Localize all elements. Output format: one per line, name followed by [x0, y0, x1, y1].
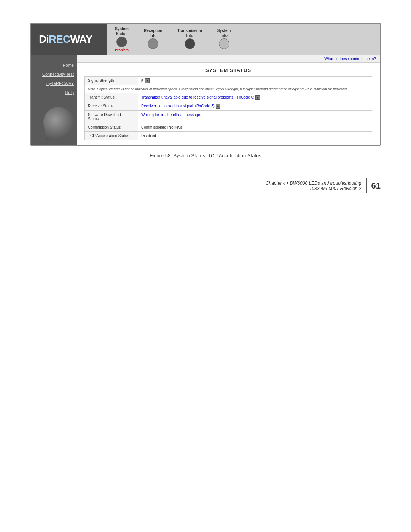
footer-page-number: 61 — [371, 181, 381, 191]
signal-strength-label: Signal Strength — [85, 77, 138, 85]
nav-label-system-status-line2: Status — [116, 32, 128, 36]
commission-status-value: Commissioned [No keys] — [138, 123, 372, 132]
table-row: TCP Acceleration Status Disabled — [85, 132, 372, 140]
footer-revision: 1033295-0001 Revision 2 — [266, 186, 362, 191]
tcp-acceleration-label: TCP Acceleration Status — [85, 132, 138, 140]
logo: DiRECWAY — [39, 33, 92, 45]
transmit-status-icon[interactable]: ■ — [255, 95, 260, 100]
transmit-status-link[interactable]: Transmitter unavailable due to receive s… — [141, 95, 255, 99]
page-container: DiRECWAY System Status Problem Reception… — [30, 23, 381, 193]
nav-label-reception-line1: Reception — [144, 29, 162, 33]
table-row: Commission Status Commissioned [No keys] — [85, 123, 372, 132]
nav-label-sysinfo-line2: Info — [220, 34, 227, 38]
nav-system-info[interactable]: System Info — [217, 29, 231, 50]
footer-divider — [366, 178, 367, 193]
table-row: Signal Strength 5 ■ — [85, 77, 372, 85]
transmit-status-value: Transmitter unavailable due to receive s… — [138, 93, 372, 102]
table-row: Transmit Status Transmitter unavailable … — [85, 93, 372, 102]
main-area: Home Connectivity Test myDiRECWAY Help W… — [31, 55, 380, 145]
nav-label-problem: Problem — [115, 48, 129, 52]
nav-label-system-status-line1: System — [115, 27, 129, 31]
footer-text-block: Chapter 4 • DW6000 LEDs and troubleshoot… — [266, 181, 362, 191]
nav-icon-system-info[interactable] — [219, 38, 229, 49]
software-download-label[interactable]: Software DownloadStatus — [85, 111, 138, 123]
nav-system-status[interactable]: System Status Problem — [115, 27, 129, 52]
signal-strength-info-icon[interactable]: ■ — [145, 78, 150, 83]
sidebar-graphic — [41, 105, 76, 140]
signal-strength-value: 5 ■ — [138, 77, 372, 85]
nav-label-reception-line2: Info — [150, 34, 156, 38]
controls-help-link[interactable]: What do these controls mean? — [77, 55, 380, 63]
sidebar-home-link[interactable]: Home — [63, 63, 74, 67]
nav-label-transmission-line2: Info — [186, 34, 193, 38]
nav-icon-transmission-info[interactable] — [185, 38, 195, 49]
content-area: What do these controls mean? System Stat… — [77, 55, 380, 145]
receive-status-label[interactable]: Receive Status — [85, 102, 138, 111]
nav-icon-reception-info[interactable] — [148, 38, 158, 49]
nav-label-sysinfo-line1: System — [217, 29, 231, 33]
figure-caption: Figure 58: System Status, TCP Accelerati… — [150, 153, 261, 158]
page-footer: Chapter 4 • DW6000 LEDs and troubleshoot… — [30, 174, 381, 193]
sidebar-connectivity-link[interactable]: Connectivity Test — [42, 72, 74, 77]
software-download-link[interactable]: Waiting for first heartbeat message. — [141, 113, 201, 117]
footer-right: Chapter 4 • DW6000 LEDs and troubleshoot… — [266, 178, 381, 193]
nav-label-transmission-line1: Transmission — [177, 29, 202, 33]
transmit-status-label[interactable]: Transmit Status — [85, 93, 138, 102]
tcp-acceleration-value: Disabled — [138, 132, 372, 140]
system-status-title: System Status — [77, 63, 380, 76]
receive-status-value: Receiver not locked to a signal. (RxCode… — [138, 102, 372, 111]
signal-note-row: Note: Signal Strength is not an indicato… — [85, 85, 372, 93]
sidebar-mydirecway-link[interactable]: myDiRECWAY — [46, 81, 74, 86]
logo-section: DiRECWAY — [31, 24, 107, 55]
table-wrapper: Signal Strength 5 ■ No — [77, 76, 380, 144]
status-table: Signal Strength 5 ■ No — [84, 76, 372, 140]
commission-status-label: Commission Status — [85, 123, 138, 132]
nav-icon-system-status[interactable] — [116, 37, 127, 47]
top-nav: DiRECWAY System Status Problem Reception… — [31, 24, 380, 55]
screenshot-frame: DiRECWAY System Status Problem Reception… — [30, 23, 381, 146]
nav-icons-section: System Status Problem Reception Info Tra… — [107, 24, 380, 55]
footer-chapter: Chapter 4 • DW6000 LEDs and troubleshoot… — [266, 181, 362, 186]
software-download-value: Waiting for first heartbeat message. — [138, 111, 372, 123]
receive-status-link[interactable]: Receiver not locked to a signal. (RxCode… — [141, 104, 215, 108]
nav-transmission-info[interactable]: Transmission Info — [177, 29, 202, 50]
table-row: Software DownloadStatus Waiting for firs… — [85, 111, 372, 123]
receive-status-icon[interactable]: ■ — [216, 104, 220, 109]
table-row: Receive Status Receiver not locked to a … — [85, 102, 372, 111]
signal-note-text: Note: Signal Strength is not an indicato… — [85, 85, 372, 93]
signal-value-container: 5 ■ — [141, 78, 369, 83]
nav-reception-info[interactable]: Reception Info — [144, 29, 162, 50]
sidebar: Home Connectivity Test myDiRECWAY Help — [31, 55, 77, 145]
signal-strength-number: 5 — [141, 79, 143, 83]
sidebar-help-link[interactable]: Help — [65, 90, 74, 95]
